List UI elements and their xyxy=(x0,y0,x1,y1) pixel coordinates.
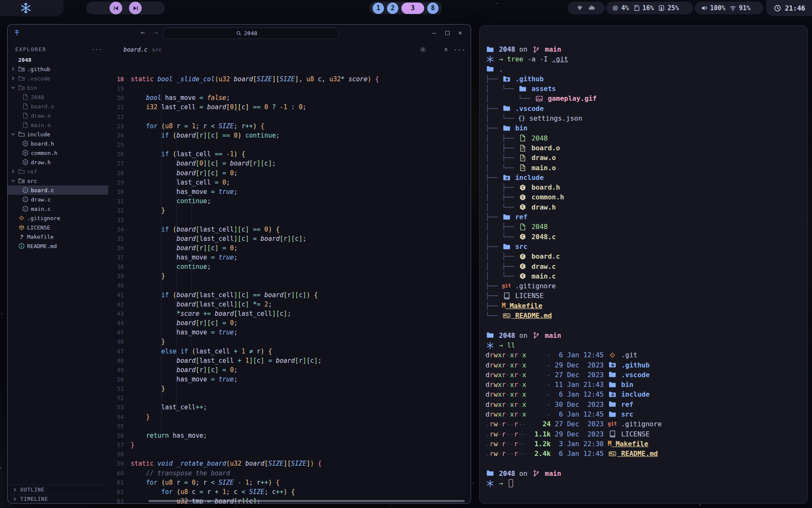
sidebar-item-.github[interactable]: .github xyxy=(8,64,108,74)
nav-forward-button[interactable]: → xyxy=(154,28,158,36)
c-file-icon xyxy=(114,47,121,53)
nav-back-button[interactable]: ← xyxy=(141,28,145,36)
nixos-logo-block[interactable] xyxy=(0,0,63,16)
sidebar-item-bin[interactable]: bin xyxy=(8,83,108,92)
sidebar-item-src[interactable]: src xyxy=(8,176,108,185)
code-line-20: 20 bool has_move = false; xyxy=(108,93,471,102)
minimize-button[interactable] xyxy=(428,30,439,36)
close-editor-button[interactable]: × xyxy=(444,46,448,53)
sidebar-item-README.md[interactable]: README.md xyxy=(8,241,108,251)
file-label: board.h xyxy=(31,141,54,147)
sidebar-item-draw.o[interactable]: draw.o xyxy=(8,111,108,120)
folder-o-src-icon xyxy=(18,177,25,184)
workspace-2-button[interactable]: 2 xyxy=(387,3,398,14)
c-hex-icon: C xyxy=(519,233,527,240)
split-editor-button[interactable] xyxy=(432,46,439,53)
maximize-button[interactable] xyxy=(442,30,453,36)
svg-text:C: C xyxy=(25,198,27,202)
braces-icon: {} xyxy=(518,113,525,123)
terminal-window[interactable]: 2048 on main → tree -a -I .git .├── .git… xyxy=(479,25,808,504)
disk-usage: 25% xyxy=(667,4,679,12)
close-button[interactable]: × xyxy=(455,30,466,36)
workspace-1-button[interactable]: 1 xyxy=(373,3,384,14)
code-line-37: 37 has_move = true; xyxy=(108,253,471,262)
vscode-titlebar[interactable]: ← → × xyxy=(8,25,471,41)
horizontal-scrollbar[interactable] xyxy=(148,500,465,502)
git-diamond-icon xyxy=(18,215,25,221)
sound-network-widget[interactable]: 100% 91% xyxy=(695,2,763,14)
file-o-icon xyxy=(22,121,29,128)
gear-icon[interactable] xyxy=(420,46,426,53)
svg-text:C: C xyxy=(521,235,524,239)
tree-entry: │ └── gameplay.gif xyxy=(486,94,803,103)
sidebar-item-board.h[interactable]: Hboard.h xyxy=(8,139,108,148)
breadcrumb[interactable]: src xyxy=(152,47,162,53)
command-center-search[interactable] xyxy=(163,28,339,39)
network-level: 91% xyxy=(739,4,750,12)
sidebar-item-draw.c[interactable]: Cdraw.c xyxy=(8,195,108,204)
run-debug-button[interactable] xyxy=(407,46,414,53)
sidebar-section-outline[interactable]: OUTLINE xyxy=(8,485,108,494)
sidebar-item-.gitignore[interactable]: .gitignore xyxy=(8,213,108,223)
explorer-more-button[interactable]: ··· xyxy=(92,47,102,52)
skip-next-button[interactable] xyxy=(129,2,142,14)
sidebar-item-LICENSE[interactable]: LICENSE xyxy=(8,223,108,232)
sidebar-item-2048[interactable]: 2048 xyxy=(8,92,108,102)
workspace-8-button[interactable]: 8 xyxy=(427,3,439,14)
system-stats: 4% 16% 25% xyxy=(606,2,693,14)
sidebar-item-main.o[interactable]: main.o xyxy=(8,120,108,130)
tree-entry: ├── ref xyxy=(486,212,803,222)
sidebar-item-include[interactable]: include xyxy=(8,130,108,139)
code-line-33: 33 xyxy=(108,215,471,224)
sidebar-item-Makefile[interactable]: Makefile xyxy=(8,232,108,241)
file-tree: .github .vscode bin 2048 board.o draw.o … xyxy=(8,64,108,251)
code-line-42: 42 board[last_cell][c] *= 2; xyxy=(108,300,471,309)
code-line-53: 53 last_cell++; xyxy=(108,403,471,412)
explorer-root-folder[interactable]: 2048 xyxy=(8,55,108,64)
c-hex-icon: C xyxy=(519,184,527,191)
sidebar-item-draw.h[interactable]: Hdraw.h xyxy=(8,157,108,167)
file-label: src xyxy=(27,178,37,184)
branch-icon xyxy=(532,469,540,477)
sidebar-item-main.c[interactable]: Cmain.c xyxy=(8,204,108,213)
refresh-explorer-button[interactable] xyxy=(87,56,94,63)
terminal-prompt: 2048 on main xyxy=(486,331,803,340)
terminal-cursor xyxy=(509,479,513,487)
editor-more-button[interactable]: ··· xyxy=(453,46,466,54)
code-line-50: 50 has_move = true; xyxy=(108,375,471,384)
tree-entry: ├── git .gitignore xyxy=(486,281,803,291)
sidebar-item-board.o[interactable]: board.o xyxy=(8,102,108,111)
file-listing-row: drwxr-xr-x - 30 Dec 2023 ref xyxy=(486,400,803,409)
speaker-icon xyxy=(701,5,708,11)
sidebar-section-timeline[interactable]: TIMELINE xyxy=(8,494,108,503)
c-hex-icon: C xyxy=(519,262,527,270)
file-listing-row: .rw-r--r-- 1.1k 29 Dec 2023 LICENSE xyxy=(486,429,803,439)
sidebar-item-board.c[interactable]: Cboard.c xyxy=(8,185,108,195)
file-label: .gitignore xyxy=(27,215,60,221)
tab-filename[interactable]: board.c xyxy=(123,46,148,53)
search-input[interactable] xyxy=(244,30,266,36)
sidebar-item-ref[interactable]: ref xyxy=(8,167,108,176)
file-o-icon xyxy=(22,103,29,110)
editor-area[interactable]: board.c src × ··· 18static bool _slide_c… xyxy=(108,41,471,503)
file-label: .vscode xyxy=(27,75,50,82)
folder-o-vscode-icon xyxy=(18,75,25,82)
new-folder-button[interactable] xyxy=(77,56,84,63)
sidebar-item-.vscode[interactable]: .vscode xyxy=(8,74,108,83)
memory-icon xyxy=(633,5,640,11)
workspace-3-button[interactable]: 3 xyxy=(401,3,424,14)
tree-entry: ├── .vscode xyxy=(486,104,803,113)
code-line-19: 19 xyxy=(108,84,471,93)
explorer-title: EXPLORER xyxy=(15,47,47,52)
skip-previous-button[interactable] xyxy=(110,2,122,14)
tree-entry: │ └── C main.c xyxy=(486,271,803,281)
code-line-36: 36 board[r][c] = 0; xyxy=(108,243,471,253)
clock-widget[interactable]: 21:46 xyxy=(766,0,812,16)
sidebar-item-common.h[interactable]: Hcommon.h xyxy=(8,148,108,157)
svg-text:C: C xyxy=(521,254,524,259)
weather-widget[interactable] xyxy=(568,2,605,14)
svg-text:01: 01 xyxy=(521,147,524,150)
new-file-button[interactable] xyxy=(67,56,74,63)
code-line-61: 61 for (u8 r = 0; r < SIZE - 1; r++) { xyxy=(108,478,471,487)
collapse-folders-button[interactable] xyxy=(97,56,104,63)
